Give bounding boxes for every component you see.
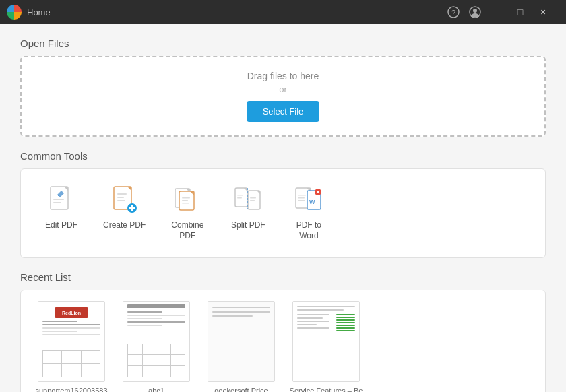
combine-pdf-label: CombinePDF xyxy=(171,220,203,241)
recent-item-4[interactable]: Service Features – Best Data Recovery So… xyxy=(289,301,363,392)
title-bar: Home ? – □ × xyxy=(0,0,566,24)
common-tools-section: Common Tools Edit PDF xyxy=(20,150,546,258)
combine-pdf-icon xyxy=(172,185,202,215)
create-pdf-label: Create PDF xyxy=(103,220,146,231)
svg-text:?: ? xyxy=(451,9,455,17)
select-file-button[interactable]: Select File xyxy=(247,101,320,122)
tools-box: Edit PDF Create PDF xyxy=(20,168,546,258)
svg-rect-13 xyxy=(117,200,125,201)
svg-rect-21 xyxy=(182,197,190,199)
recent-list-section: Recent List RedLion xyxy=(20,271,546,392)
svg-rect-36 xyxy=(298,197,305,199)
tool-split-pdf[interactable]: Split PDF xyxy=(221,180,275,247)
svg-point-3 xyxy=(473,9,477,13)
help-icon: ? xyxy=(447,6,460,18)
svg-rect-6 xyxy=(53,199,64,200)
recent-thumb-4 xyxy=(292,301,360,382)
user-icon-btn[interactable] xyxy=(466,3,484,21)
minimize-button[interactable]: – xyxy=(488,5,507,19)
common-tools-section-title: Common Tools xyxy=(20,150,546,162)
title-bar-left: Home xyxy=(7,5,51,20)
svg-rect-12 xyxy=(117,197,124,198)
recent-thumb-3 xyxy=(208,301,275,382)
help-icon-btn[interactable]: ? xyxy=(445,3,462,21)
svg-rect-7 xyxy=(53,202,61,203)
svg-rect-32 xyxy=(250,200,255,201)
pdf-to-word-label: PDF toWord xyxy=(296,220,321,241)
recent-thumb-1: RedLion xyxy=(38,301,105,382)
recent-item-2[interactable]: abc1 xyxy=(119,301,193,392)
main-content: Open Files Drag files to here or Select … xyxy=(0,24,566,392)
split-pdf-label: Split PDF xyxy=(231,220,265,231)
svg-rect-23 xyxy=(182,203,189,204)
tool-create-pdf[interactable]: Create PDF xyxy=(95,180,154,247)
open-files-dropzone[interactable]: Drag files to here or Select File xyxy=(20,56,546,137)
svg-rect-35 xyxy=(298,195,306,196)
create-pdf-icon xyxy=(110,185,139,215)
recent-label-4: Service Features – Best Data Recovery So… xyxy=(289,386,363,392)
edit-pdf-icon xyxy=(46,185,76,215)
user-icon xyxy=(469,6,481,18)
svg-rect-30 xyxy=(237,197,242,199)
svg-rect-37 xyxy=(298,200,305,201)
or-text: or xyxy=(279,84,287,94)
drag-text: Drag files to here xyxy=(247,71,319,81)
tool-pdf-to-word[interactable]: W PDF toWord xyxy=(282,180,336,247)
app-logo xyxy=(7,5,22,20)
recent-label-1: supportem16200358316128! xyxy=(34,386,108,392)
close-button[interactable]: × xyxy=(534,5,553,19)
svg-rect-22 xyxy=(182,200,188,201)
recent-thumb-2 xyxy=(123,301,190,382)
maximize-button[interactable]: □ xyxy=(511,5,530,19)
svg-rect-29 xyxy=(237,195,243,196)
pdf-to-word-icon: W xyxy=(294,185,323,215)
title-bar-title: Home xyxy=(27,7,51,18)
recent-item-1[interactable]: RedLion xyxy=(34,301,108,392)
recent-label-2: abc1 xyxy=(148,386,164,392)
tool-combine-pdf[interactable]: CombinePDF xyxy=(160,180,214,247)
split-pdf-icon xyxy=(233,185,263,215)
recent-list-section-title: Recent List xyxy=(20,271,546,283)
tool-edit-pdf[interactable]: Edit PDF xyxy=(34,180,88,247)
edit-pdf-label: Edit PDF xyxy=(45,220,77,231)
recent-label-3: geekersoft Price xyxy=(214,386,268,392)
svg-rect-4 xyxy=(51,187,68,209)
recent-item-3[interactable]: geekersoft Price xyxy=(204,301,278,392)
svg-text:W: W xyxy=(309,199,315,205)
svg-rect-31 xyxy=(250,197,256,199)
svg-rect-11 xyxy=(117,193,127,195)
open-files-section-title: Open Files xyxy=(20,38,546,49)
recent-list-box: RedLion xyxy=(20,290,546,392)
header-icons: ? – □ × xyxy=(445,3,553,21)
